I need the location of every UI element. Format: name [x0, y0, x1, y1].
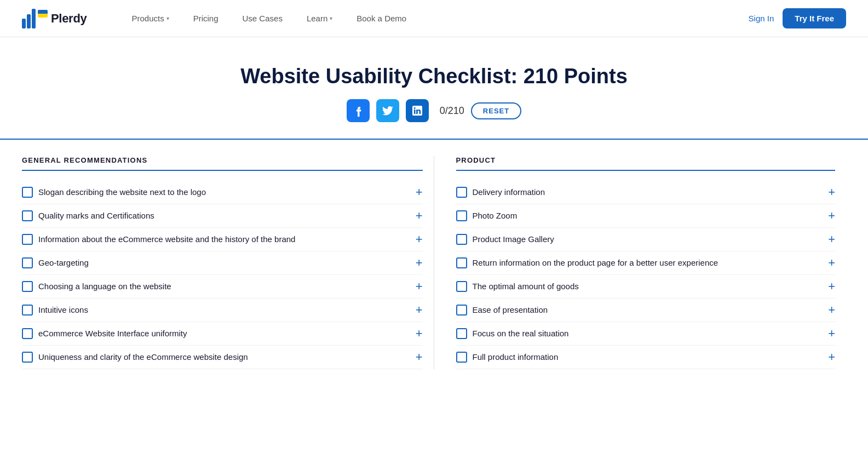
- add-icon[interactable]: +: [416, 186, 423, 198]
- checkbox[interactable]: [456, 187, 467, 198]
- add-icon[interactable]: +: [416, 304, 423, 316]
- checkbox[interactable]: [22, 281, 33, 292]
- linkedin-icon[interactable]: [406, 99, 429, 122]
- list-item: Intuitive icons +: [22, 299, 423, 322]
- list-item: eCommerce Website Interface uniformity +: [22, 322, 423, 346]
- page-title: Website Usability Checklist: 210 Points: [11, 65, 857, 88]
- sign-in-button[interactable]: Sign In: [749, 14, 774, 23]
- right-col-header: PRODUCT: [456, 156, 836, 171]
- nav-book-demo[interactable]: Book a Demo: [344, 0, 418, 37]
- add-icon[interactable]: +: [416, 328, 423, 340]
- hero-section: Website Usability Checklist: 210 Points …: [0, 37, 868, 140]
- hero-social-row: 0/210 RESET: [11, 99, 857, 122]
- nav-learn[interactable]: Learn ▾: [295, 0, 344, 37]
- list-item: Ease of presentation +: [456, 299, 836, 322]
- item-text: Return information on the product page f…: [473, 257, 718, 269]
- list-item: Full product information +: [456, 346, 836, 369]
- item-text: Full product information: [473, 351, 559, 363]
- checkbox[interactable]: [456, 234, 467, 245]
- checkbox[interactable]: [22, 187, 33, 198]
- nav-actions: Sign In Try It Free: [749, 8, 846, 28]
- checkbox[interactable]: [22, 328, 33, 339]
- list-item: Slogan describing the website next to th…: [22, 181, 423, 204]
- right-column: PRODUCT Delivery information + Photo Zoo…: [434, 156, 847, 369]
- chevron-down-icon: ▾: [330, 15, 332, 21]
- add-icon[interactable]: +: [416, 233, 423, 245]
- checklist-content: GENERAL RECOMMENDATIONS Slogan describin…: [0, 140, 868, 391]
- item-text: Geo-targeting: [38, 257, 89, 269]
- item-text: The optimal amount of goods: [473, 280, 579, 293]
- checkbox[interactable]: [22, 257, 33, 268]
- checkbox[interactable]: [456, 352, 467, 363]
- reset-button[interactable]: RESET: [471, 102, 521, 119]
- checkbox[interactable]: [22, 210, 33, 221]
- list-item: Return information on the product page f…: [456, 251, 836, 275]
- checkbox[interactable]: [456, 305, 467, 316]
- item-text: Quality marks and Certifications: [38, 210, 154, 222]
- list-item: Product Image Gallery +: [456, 228, 836, 251]
- list-item: Photo Zoom +: [456, 204, 836, 228]
- add-icon[interactable]: +: [828, 351, 835, 363]
- add-icon[interactable]: +: [416, 257, 423, 269]
- list-item: Delivery information +: [456, 181, 836, 204]
- left-column: GENERAL RECOMMENDATIONS Slogan describin…: [22, 156, 434, 369]
- item-text: eCommerce Website Interface uniformity: [38, 328, 187, 340]
- add-icon[interactable]: +: [828, 304, 835, 316]
- checklist-counter: 0/210: [440, 105, 464, 117]
- item-text: Delivery information: [473, 186, 545, 198]
- checkbox[interactable]: [22, 305, 33, 316]
- nav-pricing[interactable]: Pricing: [181, 0, 231, 37]
- add-icon[interactable]: +: [416, 351, 423, 363]
- list-item: Information about the eCommerce website …: [22, 228, 423, 251]
- chevron-down-icon: ▾: [166, 15, 169, 21]
- item-text: Product Image Gallery: [473, 233, 554, 245]
- add-icon[interactable]: +: [828, 210, 835, 222]
- checkbox[interactable]: [456, 281, 467, 292]
- try-free-button[interactable]: Try It Free: [783, 8, 846, 28]
- add-icon[interactable]: +: [828, 186, 835, 198]
- list-item: Geo-targeting +: [22, 251, 423, 275]
- add-icon[interactable]: +: [828, 280, 835, 293]
- add-icon[interactable]: +: [828, 233, 835, 245]
- add-icon[interactable]: +: [828, 328, 835, 340]
- list-item: Choosing a language on the website +: [22, 275, 423, 299]
- list-item: Focus on the real situation +: [456, 322, 836, 346]
- list-item: Quality marks and Certifications +: [22, 204, 423, 228]
- checkbox[interactable]: [456, 328, 467, 339]
- facebook-icon[interactable]: [347, 99, 370, 122]
- checkbox[interactable]: [456, 210, 467, 221]
- list-item: Uniqueness and clarity of the eCommerce …: [22, 346, 423, 369]
- item-text: Information about the eCommerce website …: [38, 233, 295, 245]
- checkbox[interactable]: [22, 234, 33, 245]
- twitter-icon[interactable]: [376, 99, 399, 122]
- add-icon[interactable]: +: [416, 210, 423, 222]
- left-col-header: GENERAL RECOMMENDATIONS: [22, 156, 423, 171]
- nav-links: Products ▾ Pricing Use Cases Learn ▾ Boo…: [119, 0, 748, 37]
- item-text: Uniqueness and clarity of the eCommerce …: [38, 351, 248, 363]
- nav-use-cases[interactable]: Use Cases: [231, 0, 295, 37]
- item-text: Photo Zoom: [473, 210, 518, 222]
- item-text: Slogan describing the website next to th…: [38, 186, 206, 198]
- list-item: The optimal amount of goods +: [456, 275, 836, 299]
- nav-products[interactable]: Products ▾: [119, 0, 181, 37]
- add-icon[interactable]: +: [828, 257, 835, 269]
- logo-text: Plerdy: [51, 12, 87, 26]
- item-text: Choosing a language on the website: [38, 280, 171, 293]
- item-text: Focus on the real situation: [473, 328, 569, 340]
- logo[interactable]: Plerdy: [22, 9, 87, 28]
- add-icon[interactable]: +: [416, 280, 423, 293]
- item-text: Intuitive icons: [38, 304, 88, 316]
- checkbox[interactable]: [22, 352, 33, 363]
- item-text: Ease of presentation: [473, 304, 548, 316]
- navbar: Plerdy Products ▾ Pricing Use Cases Lear…: [0, 0, 868, 37]
- checkbox[interactable]: [456, 257, 467, 268]
- logo-icon: [22, 9, 48, 28]
